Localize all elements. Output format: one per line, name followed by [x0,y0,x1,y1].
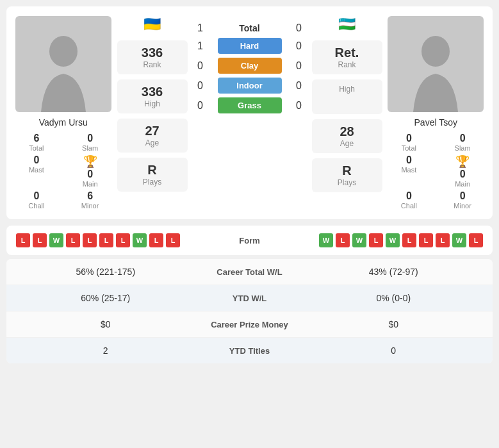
right-rank-block: Ret. Rank [312,40,382,74]
right-player-avatar [388,16,484,112]
right-minor-value: 0 [460,190,466,202]
stats-right-0: 43% (72-97) [307,267,480,277]
left-form-badge: L [116,233,130,247]
right-total-value: 0 [406,133,412,144]
left-rank-label: Rank [124,60,181,69]
right-middle-stats: 🇺🇿 Ret. Rank High 28 Age R Plays [309,16,386,192]
stats-center-1: YTD W/L [192,294,307,303]
right-main-value: 0 [460,169,466,180]
left-total-stat: 6 Total [13,133,60,152]
left-chall-label: Chall [28,202,44,210]
right-slam-value: 0 [460,133,466,144]
left-form-badge: L [16,233,30,247]
left-slam-label: Slam [82,144,98,152]
hard-badge: Hard [218,38,282,54]
indoor-row: 0 Indoor 0 [191,78,309,94]
right-form-badge: L [336,233,350,247]
left-chall-stat: 0 Chall [13,190,60,210]
left-minor-label: Minor [81,202,99,210]
stats-row: 56% (221-175) Career Total W/L 43% (72-9… [6,259,493,285]
left-form-badge: L [99,233,113,247]
hard-left-score: 1 [191,40,210,52]
right-minor-stat: 0 Minor [439,190,486,210]
left-mast-label: Mast [29,166,44,174]
form-section: LLWLLLLWLL Form WLWLWLLLWL [6,226,493,255]
right-form-badges: WLWLWLLLWL [275,233,484,247]
left-rank-value: 336 [124,46,181,60]
right-high-block: High [312,79,382,114]
left-flag: 🇺🇦 [143,16,161,33]
stats-row: 60% (25-17) YTD W/L 0% (0-0) [6,285,493,311]
clay-row: 0 Clay 0 [191,58,309,74]
left-minor-stat: 6 Minor [67,190,114,210]
left-rank-block: 336 Rank [117,40,188,74]
form-label: Form [224,236,275,245]
stats-right-2: $0 [307,319,480,329]
right-mast-value: 0 [406,154,412,166]
right-form-badge: W [352,233,366,247]
right-chall-stat: 0 Chall [386,190,433,210]
grass-badge: Grass [218,97,282,113]
stats-left-2: $0 [19,319,192,329]
right-form-badge: L [419,233,433,247]
indoor-left-score: 0 [191,80,210,92]
stats-right-1: 0% (0-0) [307,293,480,303]
left-slam-stat: 0 Slam [67,133,114,152]
left-form-badge: L [66,233,80,247]
right-form-badge: W [319,233,333,247]
total-left-score: 1 [191,22,210,34]
right-player-stats-grid: 0 Total 0 Slam 0 Mast 🏆 0 Main 0 [386,133,487,210]
left-player-block: Vadym Ursu 6 Total 0 Slam 0 Mast 🏆 0 Ma [13,16,114,210]
total-label: Total [218,23,282,33]
left-form-badge: W [49,233,63,247]
left-high-value: 336 [124,85,181,99]
right-chall-value: 0 [406,190,412,202]
left-total-value: 6 [33,133,39,144]
left-plays-block: R Plays [117,158,188,192]
left-slam-value: 0 [87,133,93,144]
right-slam-stat: 0 Slam [439,133,486,152]
left-main-value: 0 [87,169,93,180]
right-trophy: 🏆 0 Main [439,154,486,188]
clay-left-score: 0 [191,60,210,72]
left-plays-label: Plays [124,178,181,187]
comparison-section: Vadym Ursu 6 Total 0 Slam 0 Mast 🏆 0 Ma [6,6,493,219]
right-plays-label: Plays [318,178,376,187]
main-container: Vadym Ursu 6 Total 0 Slam 0 Mast 🏆 0 Ma [0,0,499,370]
svg-point-1 [421,36,450,67]
right-high-label: High [318,85,376,94]
left-high-label: High [124,99,181,108]
right-rank-label: Rank [318,60,376,69]
right-chall-label: Chall [401,202,417,210]
right-age-block: 28 Age [312,119,382,153]
left-age-block: 27 Age [117,119,188,153]
stats-row: 2 YTD Titles 0 [6,338,493,363]
right-form-badge: L [436,233,450,247]
scores-section: 1 Total 0 1 Hard 0 0 Clay 0 0 Indoor 0 [191,16,309,113]
left-main-label: Main [83,180,98,188]
stats-row: $0 Career Prize Money $0 [6,311,493,338]
right-total-label: Total [402,144,416,152]
right-flag: 🇺🇿 [338,16,356,33]
stats-center-2: Career Prize Money [192,320,307,329]
left-total-label: Total [29,144,44,152]
right-player-block: Pavel Tsoy 0 Total 0 Slam 0 Mast 🏆 0 Ma [386,16,487,210]
stats-center-0: Career Total W/L [192,267,307,277]
svg-point-0 [49,36,78,67]
left-form-badge: L [33,233,47,247]
right-player-name: Pavel Tsoy [414,117,457,128]
right-total-stat: 0 Total [386,133,433,152]
hard-row: 1 Hard 0 [191,38,309,54]
left-form-badge: W [133,233,147,247]
left-player-stats-grid: 6 Total 0 Slam 0 Mast 🏆 0 Main 0 [13,133,114,210]
left-form-badge: L [83,233,97,247]
indoor-right-score: 0 [290,80,309,92]
right-form-badge: L [369,233,383,247]
left-player-name: Vadym Ursu [39,117,88,128]
total-row: 1 Total 0 [191,22,309,34]
clay-badge: Clay [218,58,282,74]
grass-right-score: 0 [290,100,309,112]
right-age-label: Age [318,139,376,148]
trophy-icon-left: 🏆 [83,154,97,169]
left-minor-value: 6 [87,190,93,202]
